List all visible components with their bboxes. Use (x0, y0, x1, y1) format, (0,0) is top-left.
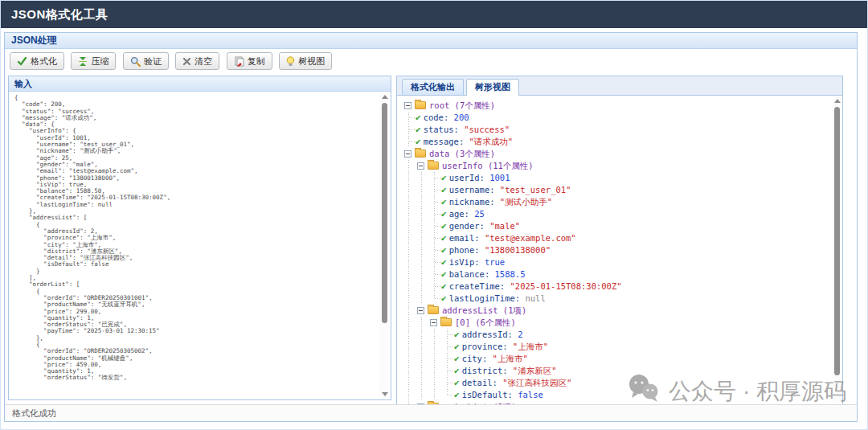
tree-node[interactable]: userInfo (11个属性) (403, 160, 832, 172)
tree-folder-label: addressList (1项) (442, 305, 526, 315)
tree-value: "male" (489, 221, 520, 231)
tree-indent-guide (416, 184, 428, 196)
tree-connector (428, 256, 441, 268)
tree-value: "test_user_01" (500, 185, 571, 195)
check-icon: ✔ (441, 233, 447, 244)
folder-icon (415, 149, 426, 158)
check-icon: ✔ (441, 197, 447, 207)
check-icon: ✔ (454, 366, 460, 376)
tree-node[interactable]: ✔email: "test@example.com" (403, 232, 832, 244)
check-icon: ✔ (441, 221, 447, 231)
tree-connector (428, 172, 441, 184)
format-button[interactable]: 格式化 (10, 52, 64, 70)
tree-node[interactable]: ✔createTime: "2025-01-15T08:30:00Z" (403, 281, 832, 293)
json-processing-panel: JSON处理 格式化 压缩 验证 清空 复制 (4, 32, 858, 422)
tree-indent-guide (403, 305, 416, 317)
tree-node[interactable]: ✔code: 200 (403, 112, 832, 124)
tab-tree-view[interactable]: 树形视图 (466, 79, 519, 96)
input-panel: 输入 { "code": 200, "status": "success", "… (8, 76, 391, 400)
tree-node[interactable]: ✔city: "上海市" (403, 353, 832, 365)
tree-value: 1001 (489, 173, 510, 182)
folder-icon (415, 101, 426, 109)
check-icon: ✔ (441, 281, 447, 292)
tree-indent-guide (416, 329, 428, 341)
tree-node[interactable]: ✔status: "success" (403, 124, 832, 136)
tree-connector (428, 184, 441, 196)
tree-scrollbar[interactable] (832, 96, 842, 408)
tree-node[interactable]: ✔district: "浦东新区" (403, 365, 832, 377)
scrollbar-thumb[interactable] (382, 103, 387, 323)
clear-button[interactable]: 清空 (175, 52, 219, 70)
tree-node[interactable]: ✔detail: "张江高科技园区" (403, 377, 832, 389)
tree-node[interactable]: ✔province: "上海市" (403, 341, 832, 353)
collapse-box-icon[interactable] (404, 102, 411, 109)
compress-button[interactable]: 压缩 (71, 52, 116, 70)
tree-node[interactable]: ✔addressId: 2 (403, 329, 832, 341)
check-icon: ✔ (416, 125, 421, 135)
tree-node[interactable]: ✔gender: "male" (403, 220, 832, 232)
collapse-box-icon[interactable] (417, 307, 424, 314)
tree-folder-label: data (3个属性) (429, 149, 495, 158)
tree-value: 1588.5 (495, 269, 526, 279)
tree-node[interactable]: ✔username: "test_user_01" (403, 184, 832, 196)
scroll-up-arrow[interactable] (382, 95, 388, 99)
tree-indent-guide (403, 293, 416, 305)
tree-node[interactable]: data (3个属性) (403, 148, 832, 160)
tree-indent-guide (428, 365, 441, 377)
treeview-button[interactable]: 树视图 (279, 52, 332, 70)
tree-node[interactable]: ✔message: "请求成功" (403, 136, 832, 148)
tree-node[interactable]: ✔nickname: "测试小助手" (403, 196, 832, 208)
tree-key: code: (424, 113, 454, 122)
tree-node[interactable]: ✔phone: "13800138000" (403, 244, 832, 256)
tree-indent-guide (403, 220, 416, 232)
tree-indent-guide (416, 317, 428, 329)
tree-value: "张江高科技园区" (502, 378, 571, 387)
tree-key: province: (462, 342, 513, 351)
tree-value: false (518, 390, 543, 399)
tree-node[interactable]: ✔isVip: true (403, 256, 832, 268)
tree-node[interactable]: [0] (6个属性) (403, 317, 832, 329)
tree-key: isVip: (449, 257, 485, 267)
tab-formatted-output[interactable]: 格式化输出 (402, 79, 464, 95)
collapse-box-icon[interactable] (417, 162, 424, 170)
tree-indent-guide (403, 172, 416, 184)
tree-indent-guide (403, 377, 416, 389)
json-input-textarea[interactable]: { "code": 200, "status": "success", "mes… (9, 92, 391, 399)
validate-button[interactable]: 验证 (123, 52, 169, 70)
tree-indent-guide (428, 329, 441, 341)
scroll-down-arrow[interactable] (382, 392, 388, 396)
folder-icon (428, 162, 439, 170)
tree-node[interactable]: ✔userId: 1001 (403, 172, 832, 184)
tree-indent-guide (416, 268, 428, 281)
tree-key: gender: (449, 221, 490, 231)
scroll-up-arrow[interactable] (834, 99, 841, 103)
tree-connector (403, 124, 416, 136)
app-title: JSON格式化工具 (1, 1, 867, 28)
tree-key: age: (449, 209, 475, 219)
tree-key: username: (449, 185, 500, 195)
tree-connector (403, 136, 416, 148)
scrollbar-thumb[interactable] (834, 107, 840, 375)
tree-node[interactable]: ✔balance: 1588.5 (403, 268, 832, 281)
copy-button[interactable]: 复制 (227, 52, 272, 70)
magnifier-icon (130, 56, 141, 67)
tree-value: "请求成功" (469, 137, 514, 146)
tree-node[interactable]: root (7个属性) (403, 100, 832, 112)
tree-indent-guide (403, 281, 416, 293)
tree-value: "test@example.com" (485, 233, 576, 243)
clear-x-icon (182, 57, 191, 66)
tree-connector (428, 196, 441, 208)
tree-indent-guide (416, 220, 428, 232)
collapse-box-icon[interactable] (404, 150, 411, 158)
tree-node[interactable]: addressList (1项) (403, 305, 832, 317)
tree-key: city: (462, 354, 493, 363)
input-scrollbar[interactable] (379, 92, 390, 399)
tree-node[interactable]: ✔isDefault: false (403, 389, 832, 401)
tree-connector (441, 389, 454, 401)
tree-node[interactable]: ✔lastLoginTime: null (403, 293, 832, 305)
tree-key: district: (462, 366, 513, 375)
tree-node[interactable]: ✔age: 25 (403, 208, 832, 220)
tree-indent-guide (403, 184, 416, 196)
check-icon: ✔ (441, 209, 447, 219)
collapse-box-icon[interactable] (430, 319, 437, 326)
